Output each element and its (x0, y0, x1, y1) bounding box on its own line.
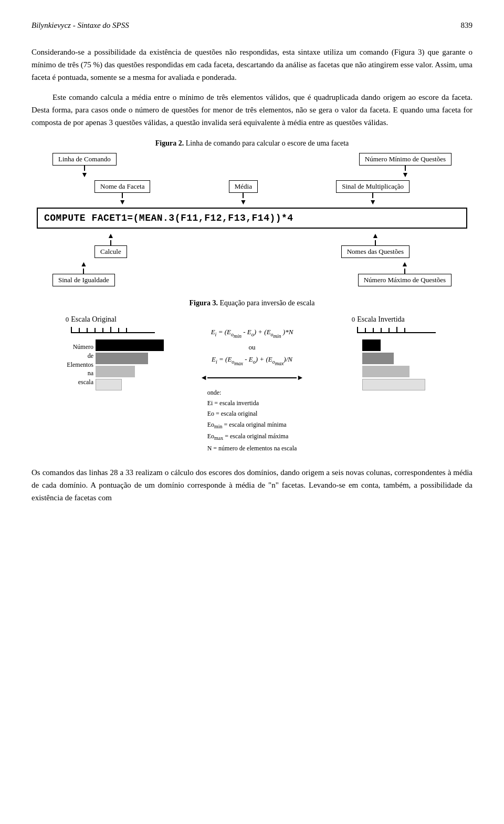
fig3-escala-invertida-label: Escala Invertida (357, 315, 405, 324)
fig3-eq-block: Ei = (Eomin - Eo) + (Eomin )*N ou Ei = (… (211, 326, 293, 368)
figure-2-caption: Figura 2. Linha de comando para calcular… (155, 139, 349, 148)
fig2-label-sinal-mult: Sinal de Multiplicação (336, 180, 410, 193)
fig2-label-nomes-questoes: Nomes das Questões (341, 245, 410, 258)
figure-3-diagram: 0 Escala Original (37, 315, 467, 454)
fig3-escala-original-label: Escala Original (71, 315, 117, 324)
fig3-inverted-scale: 0 Escala Invertida (336, 315, 452, 390)
inv-bar-1 (362, 339, 381, 351)
fig3-zero-left: 0 (66, 315, 69, 324)
bar-2 (96, 353, 148, 364)
fig2-label-linha-comando: Linha de Comando (52, 153, 117, 166)
inv-bar-3 (362, 366, 410, 377)
fig3-equations: Ei = (Eomin - Eo) + (Eomin )*N ou Ei = (… (168, 315, 336, 454)
fig2-label-sinal-igualdade: Sinal de Igualdade (52, 274, 115, 286)
bar-3 (96, 366, 135, 377)
fig2-label-numero-maximo: Número Máximo de Questões (358, 274, 452, 286)
bar-1 (96, 339, 164, 351)
figure-3-caption-bold: Figura 3. (189, 299, 217, 307)
paragraph-2: Este comando calcula a média entre o mín… (32, 91, 472, 129)
page-header: Bilynkievycz - Sintaxe do SPSS 839 (32, 21, 472, 30)
paragraph-3: Os comandos das linhas 28 a 33 realizam … (32, 466, 472, 504)
fig3-num-elementos-label: NúmerodeElementosnaescala (57, 337, 93, 387)
figure-3-caption: Figura 3. Equação para inversão de escal… (189, 299, 314, 307)
fig2-label-media: Média (229, 180, 258, 193)
bar-4 (96, 379, 122, 390)
inv-bar-4 (362, 379, 425, 390)
figure-2-diagram: Linha de Comando ▼ Número Mínimo de Ques… (37, 153, 467, 286)
page-number: 839 (461, 21, 473, 30)
page-title: Bilynkievycz - Sintaxe do SPSS (32, 21, 129, 30)
page: Bilynkievycz - Sintaxe do SPSS 839 Consi… (0, 0, 504, 824)
fig2-label-calcule: Calcule (94, 245, 127, 258)
fig3-onde-block: onde: Ei = escala invertida Eo = escala … (207, 387, 297, 454)
fig2-command: COMPUTE FACET1=(MEAN.3(F11,F12,F13,F14))… (37, 208, 467, 229)
fig3-original-scale: 0 Escala Original (52, 315, 168, 390)
fig2-label-nome-faceta: Nome da Faceta (94, 180, 150, 193)
figure-2-caption-bold: Figura 2. (155, 139, 184, 147)
paragraph-1: Considerando-se a possibilidade da exist… (32, 46, 472, 84)
figure-3-caption-rest: Equação para inversão de escala (218, 299, 315, 307)
figure-2-container: Figura 2. Linha de comando para calcular… (32, 139, 472, 286)
fig2-label-numero-minimo: Número Mínimo de Questões (359, 153, 452, 166)
figure-2-caption-rest: Linha de comando para calcular o escore … (184, 139, 349, 147)
figure-3-container: Figura 3. Equação para inversão de escal… (32, 299, 472, 454)
inv-bar-2 (362, 353, 394, 364)
fig3-zero-right: 0 (352, 315, 355, 324)
